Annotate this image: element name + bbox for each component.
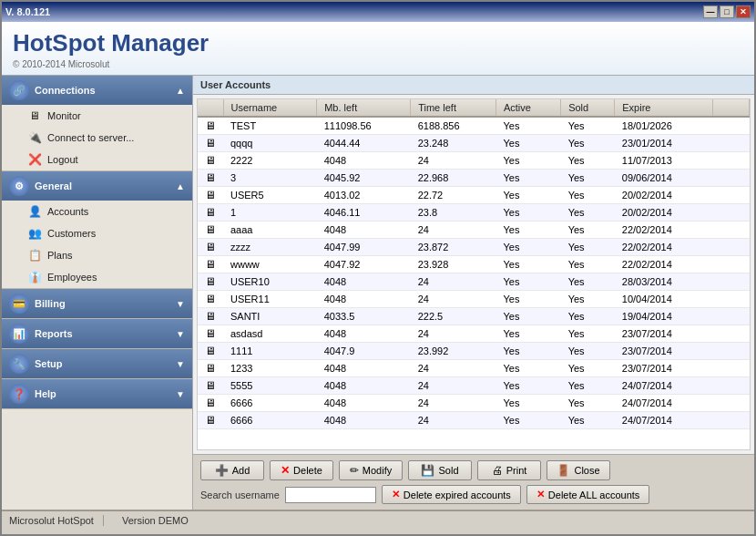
cell-username: 2222: [223, 152, 317, 170]
row-icon-cell: 🖥: [198, 256, 223, 273]
cell-active: Yes: [495, 239, 560, 256]
delete-expired-label: Delete expired accounts: [404, 490, 511, 500]
print-icon: 🖨: [492, 464, 503, 477]
cell-active: Yes: [495, 325, 560, 343]
cell-username: aaaa: [223, 222, 317, 239]
cell-active: Yes: [495, 135, 560, 152]
cell-active: Yes: [495, 291, 560, 308]
cell-extra: [713, 325, 750, 343]
table-row[interactable]: 🖥 1 4046.11 23.8 Yes Yes 20/02/2014: [198, 204, 750, 222]
sidebar-item-accounts[interactable]: Accounts: [2, 201, 192, 222]
table-row[interactable]: 🖥 wwww 4047.92 23.928 Yes Yes 22/02/2014: [198, 256, 750, 273]
table-row[interactable]: 🖥 USER10 4048 24 Yes Yes 28/03/2014: [198, 273, 750, 291]
delete-all-button[interactable]: ✕ Delete ALL accounts: [526, 485, 650, 504]
user-accounts-table: Username Mb. left Time left Active Sold …: [198, 99, 750, 429]
table-header-row: Username Mb. left Time left Active Sold …: [198, 99, 750, 117]
sidebar-item-plans[interactable]: Plans: [2, 244, 192, 266]
modify-icon: ✏: [350, 464, 359, 477]
cell-active: Yes: [495, 152, 560, 170]
add-label: Add: [232, 465, 250, 476]
table-row[interactable]: 🖥 USER11 4048 24 Yes Yes 10/04/2014: [198, 291, 750, 308]
sidebar-general-header[interactable]: ⚙ General ▲: [2, 171, 192, 201]
sidebar-setup-header[interactable]: 🔧 Setup ▼: [2, 349, 192, 378]
sidebar-customers-label: Customers: [47, 228, 96, 239]
customers-icon: [27, 226, 42, 241]
cell-mb-left: 4048: [317, 325, 411, 343]
title-bar-buttons: — □ ✕: [703, 5, 751, 18]
general-chevron-icon: ▲: [176, 181, 185, 191]
minimize-button[interactable]: —: [703, 5, 718, 18]
cell-extra: [713, 395, 750, 412]
sidebar-connections-header[interactable]: 🔗 Connections ▲: [2, 76, 192, 105]
cell-username: USER5: [223, 187, 317, 204]
table-row[interactable]: 🖥 1111 4047.9 23.992 Yes Yes 23/07/2014: [198, 343, 750, 360]
status-bar: Microsolut HotSpot Version DEMO: [2, 510, 754, 530]
table-row[interactable]: 🖥 aaaa 4048 24 Yes Yes 22/02/2014: [198, 222, 750, 239]
table-row[interactable]: 🖥 qqqq 4044.44 23.248 Yes Yes 23/01/2014: [198, 135, 750, 152]
close-button[interactable]: 🚪 Close: [547, 460, 610, 480]
maximize-button[interactable]: □: [720, 5, 734, 18]
cell-mb-left: 4048: [317, 360, 411, 377]
sidebar-section-help: ❓ Help ▼: [2, 379, 192, 409]
delete-expired-button[interactable]: ✕ Delete expired accounts: [382, 485, 521, 504]
cell-username: 1233: [223, 360, 317, 377]
sold-button[interactable]: 💾 Sold: [408, 460, 472, 480]
cell-active: Yes: [495, 360, 560, 377]
sidebar-help-label: Help: [35, 388, 56, 399]
sidebar-billing-label-group: 💳 Billing: [9, 294, 66, 314]
cell-time-left: 24: [411, 222, 496, 239]
cell-sold: Yes: [561, 308, 615, 325]
table-row[interactable]: 🖥 3 4045.92 22.968 Yes Yes 09/06/2014: [198, 170, 750, 187]
print-button[interactable]: 🖨 Print: [477, 460, 541, 480]
cell-time-left: 23.992: [411, 343, 496, 360]
cell-expire: 22/02/2014: [615, 239, 713, 256]
table-row[interactable]: 🖥 6666 4048 24 Yes Yes 24/07/2014: [198, 412, 750, 429]
row-icon-cell: 🖥: [198, 239, 223, 256]
cell-username: wwww: [223, 256, 317, 273]
col-icon: [198, 99, 223, 117]
cell-sold: Yes: [561, 135, 615, 152]
add-button[interactable]: ➕ Add: [200, 460, 264, 480]
row-icon-cell: 🖥: [198, 291, 223, 308]
table-row[interactable]: 🖥 zzzz 4047.99 23.872 Yes Yes 22/02/2014: [198, 239, 750, 256]
search-input[interactable]: [285, 487, 376, 503]
sidebar-item-monitor[interactable]: Monitor: [2, 105, 192, 127]
row-icon-cell: 🖥: [198, 152, 223, 170]
table-row[interactable]: 🖥 5555 4048 24 Yes Yes 24/07/2014: [198, 377, 750, 395]
row-icon-cell: 🖥: [198, 222, 223, 239]
cell-expire: 18/01/2026: [615, 117, 713, 135]
sidebar-billing-header[interactable]: 💳 Billing ▼: [2, 289, 192, 318]
table-row[interactable]: 🖥 1233 4048 24 Yes Yes 23/07/2014: [198, 360, 750, 377]
table-row[interactable]: 🖥 SANTI 4033.5 222.5 Yes Yes 19/04/2014: [198, 308, 750, 325]
cell-time-left: 23.8: [411, 204, 496, 222]
title-bar-left: V. 8.0.121: [5, 6, 50, 17]
cell-time-left: 24: [411, 377, 496, 395]
table-row[interactable]: 🖥 6666 4048 24 Yes Yes 24/07/2014: [198, 395, 750, 412]
cell-expire: 19/04/2014: [615, 308, 713, 325]
cell-sold: Yes: [561, 170, 615, 187]
cell-active: Yes: [495, 117, 560, 135]
delete-button[interactable]: ✕ Delete: [270, 460, 333, 480]
row-icon-cell: 🖥: [198, 412, 223, 429]
table-row[interactable]: 🖥 TEST 111098.56 6188.856 Yes Yes 18/01/…: [198, 117, 750, 135]
close-window-button[interactable]: ✕: [736, 5, 751, 18]
table-row[interactable]: 🖥 USER5 4013.02 22.72 Yes Yes 20/02/2014: [198, 187, 750, 204]
table-row[interactable]: 🖥 asdasd 4048 24 Yes Yes 23/07/2014: [198, 325, 750, 343]
sidebar-item-connect[interactable]: Connect to server...: [2, 127, 192, 149]
sidebar-section-general: ⚙ General ▲ Accounts Customers Plans Emp…: [2, 171, 192, 289]
monitor-icon: [27, 108, 42, 123]
sidebar-item-customers[interactable]: Customers: [2, 222, 192, 244]
modify-label: Modify: [363, 465, 392, 476]
sidebar-item-logout[interactable]: Logout: [2, 149, 192, 170]
status-left: Microsolut HotSpot: [9, 515, 104, 526]
table-row[interactable]: 🖥 2222 4048 24 Yes Yes 11/07/2013: [198, 152, 750, 170]
cell-sold: Yes: [561, 117, 615, 135]
cell-username: 1111: [223, 343, 317, 360]
cell-expire: 10/04/2014: [615, 291, 713, 308]
sidebar-item-employees[interactable]: Employees: [2, 266, 192, 288]
employees-icon: [27, 270, 42, 284]
sidebar-reports-header[interactable]: 📊 Reports ▼: [2, 319, 192, 348]
cell-time-left: 24: [411, 360, 496, 377]
sidebar-help-header[interactable]: ❓ Help ▼: [2, 379, 192, 408]
modify-button[interactable]: ✏ Modify: [339, 460, 403, 480]
